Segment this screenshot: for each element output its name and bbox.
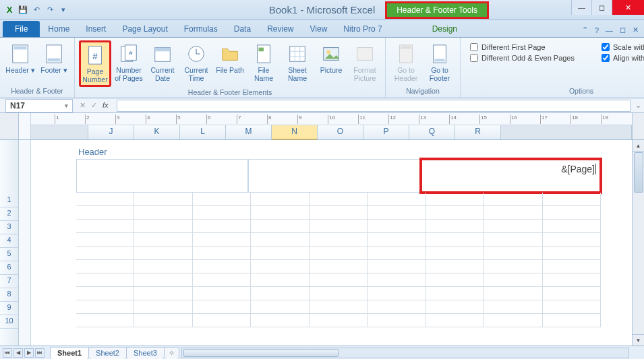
column-header[interactable]: R [455,125,501,139]
header-right-section[interactable]: &[Page] [421,159,601,193]
namebox-dropdown-icon[interactable]: ▾ [65,102,68,109]
row-header[interactable]: 9 [0,302,18,315]
header-center-section[interactable] [248,159,420,193]
current-date-button[interactable]: Current Date [146,40,179,84]
tab-page-layout[interactable]: Page Layout [114,22,175,37]
file-name-button[interactable]: File Name [247,40,280,84]
name-box[interactable]: N17 ▾ [5,99,73,112]
current-time-button[interactable]: Current Time [180,40,212,84]
column-header-selected[interactable]: N [272,125,318,139]
goto-header-icon [391,42,421,65]
help-icon[interactable]: ? [595,26,599,34]
file-path-button[interactable]: File Path [214,40,246,77]
column-header-area: 1 2 3 4 5 6 7 8 9 10 11 12 13 14 15 16 1… [0,113,644,140]
picture-button[interactable]: Picture [315,40,347,77]
vertical-scrollbar[interactable]: ▲ ▼ [632,140,644,346]
ribbon-minimize-icon[interactable]: ⌃ [582,26,588,34]
row-header[interactable]: 2 [0,207,18,221]
vertical-ruler [19,140,31,346]
row-header[interactable]: 3 [0,221,18,234]
select-all-corner[interactable] [0,113,19,139]
formula-input[interactable] [117,100,631,112]
sheet-tab-active[interactable]: Sheet1 [50,347,89,359]
row-header[interactable]: 6 [0,261,18,275]
format-picture-button: Format Picture [349,40,381,84]
last-sheet-icon[interactable]: ⏭ [35,348,45,358]
tab-insert[interactable]: Insert [78,22,114,37]
row-header[interactable]: 8 [0,288,18,302]
number-of-pages-icon: # [114,42,144,65]
clock-icon [181,42,211,65]
svg-text:#: # [92,51,98,61]
row-header[interactable]: 5 [0,248,18,261]
row-header[interactable]: 10 [0,315,18,329]
next-sheet-icon[interactable]: ▶ [24,348,34,358]
column-header[interactable]: O [318,125,363,139]
group-label: Navigation [390,86,456,96]
header-section-label: Header [78,147,107,157]
first-sheet-icon[interactable]: ⏮ [3,348,12,358]
number-of-pages-button[interactable]: # Number of Pages [113,40,145,84]
new-sheet-button[interactable]: ✧ [164,347,179,359]
column-header[interactable]: L [180,125,226,139]
window-maximize-button[interactable]: ◻ [591,0,612,15]
undo-icon[interactable]: ↶ [31,5,42,15]
column-header[interactable]: Q [409,125,455,139]
group-header-footer: Header ▾ Footer ▾ Header & Footer [0,38,75,98]
column-header[interactable]: J [88,125,134,139]
horizontal-scrollbar[interactable] [181,348,629,358]
svg-text:#: # [129,50,133,57]
window-minimize-button[interactable]: — [571,0,591,15]
worksheet-canvas[interactable]: Header &[Page] [31,140,632,346]
vscroll-thumb[interactable] [634,152,643,193]
hscroll-thumb[interactable] [183,349,339,357]
window-close-button[interactable]: ✕ [612,0,644,15]
mdi-minimize-icon[interactable]: — [606,26,613,34]
tab-nitro[interactable]: Nitro Pro 7 [335,22,390,37]
tab-view[interactable]: View [302,22,336,37]
row-header[interactable]: 7 [0,275,18,288]
insert-function-icon[interactable]: fx [103,101,109,110]
diff-odd-even-checkbox[interactable]: Different Odd & Even Pages [470,54,575,62]
sheet-icon [283,42,312,65]
page-number-button[interactable]: # Page Number [79,40,111,87]
diff-first-page-checkbox[interactable]: Different First Page [470,43,575,51]
cell-grid[interactable] [76,193,601,327]
header-left-section[interactable] [76,159,248,193]
folder-icon [215,42,245,65]
tab-review[interactable]: Review [259,22,301,37]
row-header[interactable]: 1 [0,194,18,207]
align-page-margins-checkbox[interactable]: Align with Page Margins [602,54,644,62]
tab-design[interactable]: Design [424,22,465,37]
tab-home[interactable]: Home [40,22,78,37]
tab-data[interactable]: Data [226,22,259,37]
scale-with-document-checkbox[interactable]: Scale with Document [602,43,644,51]
group-hf-elements: # Page Number # Number of Pages Current … [75,38,386,98]
row-header[interactable]: 4 [0,234,18,248]
footer-button[interactable]: Footer ▾ [38,40,70,77]
qat-customize-icon[interactable]: ▾ [58,5,69,15]
group-navigation: Go to Header Go to Footer Navigation [386,38,461,98]
sheet-tab[interactable]: Sheet2 [88,347,127,359]
goto-footer-button[interactable]: Go to Footer [423,40,456,84]
redo-icon[interactable]: ↷ [45,5,55,15]
mdi-restore-icon[interactable]: ◻ [620,26,626,34]
formula-bar-expand-icon[interactable]: ⌄ [632,101,644,110]
save-icon[interactable]: 💾 [18,5,28,15]
column-header[interactable]: P [363,125,409,139]
scroll-up-icon[interactable]: ▲ [633,140,644,152]
tab-file[interactable]: File [3,21,40,37]
header-zone: &[Page] [76,159,601,193]
sheet-tab[interactable]: Sheet3 [126,347,165,359]
prev-sheet-icon[interactable]: ◀ [13,348,23,358]
column-header[interactable]: K [134,125,180,139]
sheet-name-button[interactable]: Sheet Name [281,40,314,84]
mdi-close-icon[interactable]: ✕ [633,26,639,34]
group-label: Options [465,86,644,96]
column-header[interactable]: M [226,125,272,139]
sheet-tab-nav: ⏮ ◀ ▶ ⏭ [0,348,47,358]
tab-formulas[interactable]: Formulas [176,22,226,37]
header-button[interactable]: Header ▾ [4,40,36,77]
scroll-down-icon[interactable]: ▼ [633,334,644,346]
svg-point-22 [326,50,330,54]
